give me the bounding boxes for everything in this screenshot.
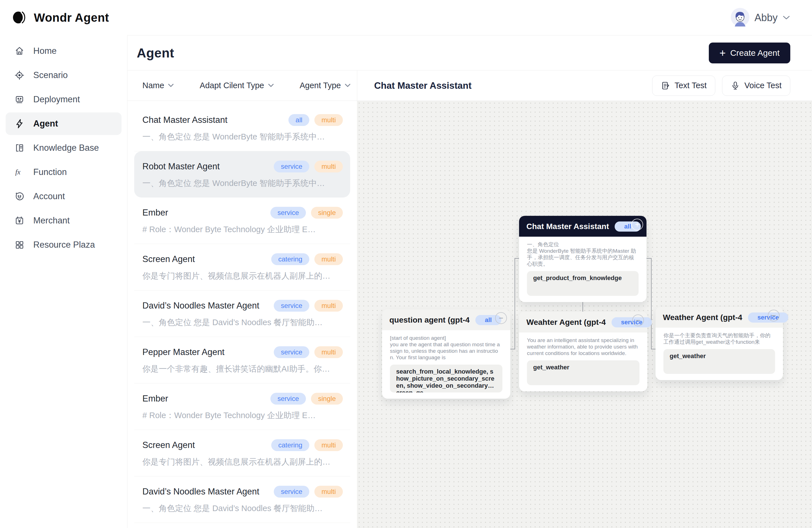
- create-agent-label: Create Agent: [730, 48, 780, 58]
- agent-name: Ember: [142, 206, 168, 220]
- svg-text:fx: fx: [15, 168, 20, 176]
- chevron-down-icon: [168, 84, 174, 87]
- minus-circle-icon[interactable]: −: [768, 310, 780, 321]
- function-icon: fx: [14, 167, 25, 178]
- agent-list: Chat Master Assistant all multi 一、角色定位 您…: [128, 101, 357, 528]
- user-name: Abby: [754, 12, 778, 24]
- node-functions: get_weather: [663, 349, 775, 374]
- connector-line: [514, 258, 519, 259]
- agent-list-item[interactable]: Pepper Master Agent service multi 你是一个非常…: [134, 337, 350, 383]
- chevron-down-icon: [268, 84, 274, 87]
- connector-line: [582, 301, 583, 312]
- account-icon: [14, 191, 25, 202]
- agent-icon: [14, 118, 25, 129]
- create-agent-button[interactable]: + Create Agent: [709, 43, 790, 63]
- agent-list-item[interactable]: Screen Agent catering multi 你是专门将图片、视频信息…: [134, 430, 350, 477]
- agent-description: 你是专门将图片、视频信息展示在机器人副屏上的…: [142, 456, 343, 468]
- agent-type-badge: multi: [314, 114, 343, 126]
- app-title: Wondr Agent: [34, 11, 109, 25]
- sidebar-item-deployment[interactable]: Deployment: [6, 88, 121, 111]
- sidebar-item-label: Home: [33, 46, 57, 56]
- connector-line: [651, 258, 652, 349]
- client-type-badge: catering: [271, 253, 309, 265]
- deployment-icon: [14, 94, 25, 105]
- chevron-down-icon: [345, 84, 350, 87]
- connector-line: [514, 258, 515, 349]
- plus-icon: +: [720, 48, 726, 58]
- node-question-agent[interactable]: question agent (gpt-4 all − [start of qu…: [382, 310, 510, 399]
- agent-name: Screen Agent: [142, 253, 195, 266]
- filter-adapt-client-type[interactable]: Adapt Cilent Type: [200, 81, 274, 90]
- agent-description: # Role：Wonder Byte Technology 企业助理 E…: [142, 410, 343, 421]
- agent-name: Robot Master Agent: [142, 160, 220, 173]
- client-type-badge: service: [274, 300, 309, 312]
- sidebar-item-label: Agent: [33, 119, 58, 129]
- text-test-button[interactable]: Text Test: [652, 76, 715, 96]
- filter-label: Name: [142, 81, 164, 90]
- sidebar-item-account[interactable]: Account: [6, 185, 121, 208]
- sidebar-item-label: Account: [33, 191, 65, 201]
- sidebar: Home Scenario Deployment Agent Knowledge…: [0, 35, 128, 528]
- detail-header: Chat Master Assistant Text Test Voice Te…: [357, 71, 812, 101]
- agent-list-item[interactable]: Robot Master Agent service multi 一、角色定位 …: [134, 151, 350, 197]
- client-type-badge: service: [274, 486, 309, 498]
- agent-list-item[interactable]: David’s Noodles Master Agent service mul…: [134, 477, 350, 523]
- user-menu[interactable]: Abby: [731, 8, 790, 28]
- sidebar-item-label: Merchant: [33, 215, 70, 226]
- minus-circle-icon[interactable]: −: [632, 314, 644, 326]
- node-prompt-text: [start of question agent] you are the ag…: [390, 335, 503, 361]
- client-type-badge: catering: [271, 439, 309, 451]
- agent-description: 一、角色定位 您是 WonderByte 智能助手系统中…: [142, 131, 343, 142]
- microphone-icon: [731, 81, 740, 90]
- logo-icon: [11, 9, 27, 27]
- filter-agent-type[interactable]: Agent Type: [300, 81, 350, 90]
- sidebar-item-knowledge-base[interactable]: Knowledge Base: [6, 137, 121, 159]
- agent-flow-canvas[interactable]: Chat Master Assistant all + 一、角色定位 您是 Wo…: [357, 101, 812, 528]
- sidebar-item-scenario[interactable]: Scenario: [6, 64, 121, 87]
- app-header: Wondr Agent Abby: [0, 0, 812, 35]
- agent-name: Pepper Master Agent: [142, 345, 224, 359]
- node-title: Chat Master Assistant: [526, 222, 609, 231]
- agent-list-item[interactable]: Screen Agent catering multi 你是专门将图片、视频信息…: [134, 244, 350, 290]
- sidebar-item-label: Deployment: [33, 94, 80, 105]
- agent-type-badge: multi: [314, 486, 343, 498]
- agent-type-badge: multi: [314, 161, 343, 172]
- agent-type-badge: multi: [314, 300, 343, 312]
- agent-type-badge: multi: [314, 439, 343, 451]
- plus-circle-icon[interactable]: +: [631, 218, 643, 230]
- chevron-down-icon: [783, 15, 790, 20]
- sidebar-item-home[interactable]: Home: [6, 40, 121, 62]
- sidebar-item-function[interactable]: fx Function: [6, 161, 121, 183]
- filter-name[interactable]: Name: [142, 81, 174, 90]
- filter-label: Agent Type: [300, 81, 341, 90]
- node-title: Weather Agent (gpt-4: [663, 313, 742, 322]
- agent-name: David’s Noodles Master Agent: [142, 485, 259, 498]
- node-functions: search_from_local_knowledge, show_pictur…: [390, 365, 503, 392]
- agent-description: 一、角色定位 您是 David’s Noodles 餐厅智能助…: [142, 317, 343, 328]
- agent-list-item[interactable]: David’s Noodles Master Agent service mul…: [134, 290, 350, 337]
- minus-circle-icon[interactable]: −: [495, 312, 507, 324]
- agent-type-badge: single: [311, 393, 343, 405]
- agent-description: 一、角色定位 您是 David’s Noodles 餐厅智能助…: [142, 503, 343, 514]
- agent-description: 你是一个非常有趣、擅长讲笑话的幽默AI助手。你…: [142, 363, 343, 375]
- agent-list-item[interactable]: Chat Master Assistant all multi 一、角色定位 您…: [134, 105, 350, 151]
- agent-description: 一、角色定位 您是 WonderByte 智能助手系统中…: [142, 178, 343, 189]
- sidebar-item-agent[interactable]: Agent: [6, 112, 121, 135]
- node-prompt-text: You are an intelligent assistant special…: [527, 337, 639, 357]
- sidebar-item-resource-plaza[interactable]: Resource Plaza: [6, 233, 121, 256]
- page-header: Agent + Create Agent: [128, 35, 812, 71]
- agent-list-item[interactable]: Ember service single # Role：Wonder Byte …: [134, 197, 350, 244]
- resource-plaza-icon: [14, 240, 25, 250]
- voice-test-button[interactable]: Voice Test: [722, 76, 790, 96]
- node-weahter-agent[interactable]: Weahter Agent (gpt-4 service − You are a…: [519, 312, 647, 391]
- node-chat-master-assistant[interactable]: Chat Master Assistant all + 一、角色定位 您是 Wo…: [519, 216, 647, 302]
- client-type-badge: service: [271, 207, 306, 218]
- agent-name: Screen Agent: [142, 438, 195, 452]
- knowledge-base-icon: [14, 142, 25, 153]
- node-weather-agent[interactable]: Weather Agent (gpt-4 service − 你是一个主要负责查…: [655, 307, 783, 380]
- sidebar-item-merchant[interactable]: Merchant: [6, 209, 121, 232]
- agent-list-item[interactable]: Ember service single # Role：Wonder Byte …: [134, 383, 350, 430]
- avatar: [731, 8, 750, 28]
- sidebar-item-label: Resource Plaza: [33, 240, 95, 250]
- connector-line: [510, 349, 515, 349]
